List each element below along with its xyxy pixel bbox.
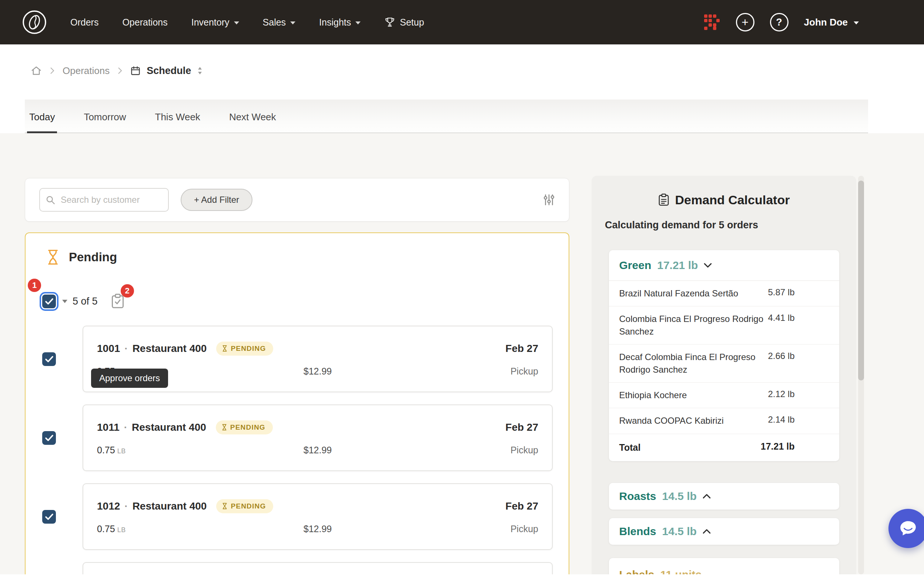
pending-header: Pending [26,233,569,267]
order-card[interactable]: 1011Restaurant 400 PENDING Feb 27 0.75LB… [82,405,553,471]
pending-title: Pending [69,250,117,264]
select-all-caret[interactable] [62,300,68,303]
status-label: PENDING [230,423,266,431]
order-card-partial[interactable] [82,562,553,574]
check-icon [45,356,54,363]
schedule-tabs: Today Tomorrow This Week Next Week [25,100,868,133]
tab-tomorrow[interactable]: Tomorrow [81,111,128,132]
add-button[interactable]: + [736,13,754,31]
green-total-row: Total17.21 lb [609,434,839,461]
add-filter-button[interactable]: + Add Filter [181,189,252,211]
apps-button[interactable] [703,14,720,31]
demand-subtitle: Calculating demand for 5 orders [605,219,856,231]
chevron-up-icon [703,494,711,499]
filter-settings-button[interactable] [543,194,555,206]
blends-label: Blends [619,525,656,538]
calendar-icon [130,66,141,76]
sort-arrows-icon[interactable] [197,67,203,75]
search-box [39,188,169,212]
chevron-down-icon [854,21,859,25]
clipboard-check-icon [111,293,124,309]
plus-icon: + [741,16,749,28]
tab-next-week[interactable]: Next Week [227,111,278,132]
breadcrumb-current: Schedule [130,65,203,77]
tab-this-week[interactable]: This Week [153,111,203,132]
green-row: Ethiopia Kochere2.12 lb [609,383,839,408]
blends-amount: 14.5 lb [662,525,697,538]
order-weight: 0.75 [97,445,115,456]
labels-section-header[interactable]: Labels 11 units [609,558,839,574]
order-number: 1012 [97,500,120,512]
status-label: PENDING [231,344,266,353]
nav-inventory-label: Inventory [191,17,229,28]
demand-title: Demand Calculator [675,193,790,207]
order-weight-unit: LB [117,526,126,534]
trophy-icon [384,16,395,28]
order-card[interactable]: 1012Restaurant 400 PENDING Feb 27 0.75LB… [82,483,553,550]
coffee-amount: 5.87 lb [768,287,794,298]
roasts-section-header[interactable]: Roasts 14.5 lb [609,483,839,510]
breadcrumb-operations[interactable]: Operations [63,65,110,77]
chat-button[interactable] [888,509,924,548]
order-customer: Restaurant 400 [132,343,207,354]
help-button[interactable]: ? [770,13,789,31]
search-icon [46,195,56,205]
chevron-right-icon [118,67,122,74]
scrollbar-thumb[interactable] [858,181,864,380]
blends-section-header[interactable]: Blends 14.5 lb [609,518,839,545]
labels-amount: 11 units [660,568,702,574]
hourglass-icon [222,424,227,431]
chevron-down-icon [355,21,361,25]
check-icon [45,513,54,520]
chevron-down-icon [704,263,712,268]
select-all-checkbox[interactable] [42,295,56,308]
demand-title-row: Demand Calculator [592,191,856,208]
question-icon: ? [776,17,782,27]
order-checkbox[interactable] [42,510,56,523]
approve-orders-button[interactable]: 2 [111,293,124,309]
nav-sales[interactable]: Sales [263,17,296,28]
roasts-label: Roasts [619,490,656,502]
order-weight: 0.75 [97,523,115,534]
chevron-down-icon [290,21,295,25]
sliders-icon [543,194,555,206]
nav-orders-label: Orders [70,17,99,28]
hourglass-icon [222,345,227,352]
coffee-name: Decaf Colombia Finca El Progreso Rodrigo… [619,351,768,376]
home-icon [31,65,42,76]
order-customer: Restaurant 400 [132,421,206,433]
breadcrumb-home[interactable] [31,65,42,76]
status-badge: PENDING [216,342,273,356]
bulk-controls: 1 5 of 5 2 Approve orders [42,290,569,312]
breadcrumb: Operations Schedule [31,63,924,79]
green-row: Colombia Finca El Progreso Rodrigo Sanch… [609,306,839,344]
nav-orders[interactable]: Orders [70,17,99,28]
coffee-amount: 2.66 lb [768,351,794,361]
tab-today[interactable]: Today [27,111,57,133]
order-price: $12.99 [244,366,391,377]
main-nav: Orders Operations Inventory Sales Insigh… [70,16,424,28]
nav-inventory[interactable]: Inventory [191,17,239,28]
user-menu[interactable]: John Doe [804,16,859,28]
order-checkbox[interactable] [42,352,56,366]
dot-separator [124,500,128,512]
order-checkbox[interactable] [42,431,56,445]
step-badge-2: 2 [121,284,134,298]
red-grid-icon [703,14,720,31]
green-section-header[interactable]: Green 17.21 lb [609,250,839,281]
coffee-amount: 4.41 lb [768,313,794,323]
nav-operations[interactable]: Operations [122,17,167,28]
filter-bar: + Add Filter [25,178,569,222]
nav-insights[interactable]: Insights [319,17,361,28]
pending-section: Pending 1 5 of 5 2 Approve orders [25,232,569,574]
status-badge: PENDING [216,499,273,513]
hourglass-icon [47,249,59,265]
search-input[interactable] [39,188,169,212]
order-fulfillment: Pickup [391,366,538,377]
nav-setup[interactable]: Setup [384,16,424,28]
green-amount: 17.21 lb [657,259,698,272]
coffee-bean-logo-icon [21,9,47,35]
green-demand-card: Green 17.21 lb Brazil Natural Fazenda Se… [609,250,839,461]
chevron-right-icon [50,67,54,74]
app-logo[interactable] [21,9,47,35]
